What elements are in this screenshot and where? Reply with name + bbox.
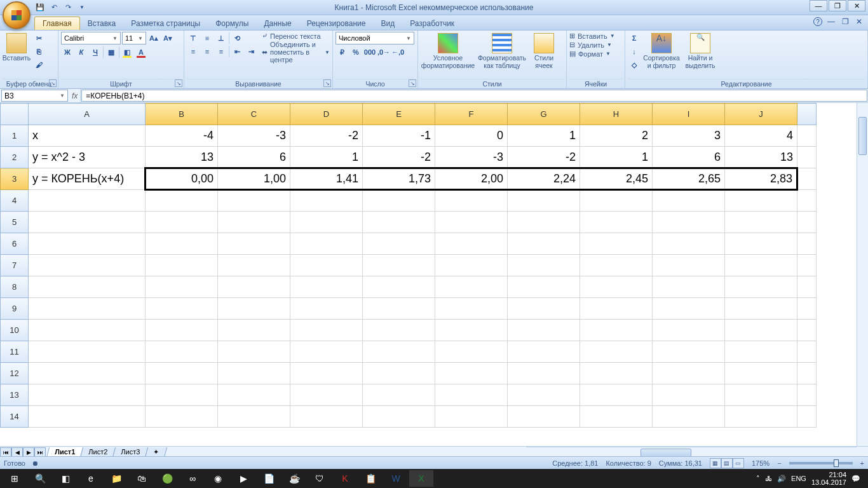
cell-B1[interactable]: -4 bbox=[146, 125, 218, 147]
cell-C10[interactable] bbox=[218, 320, 290, 341]
cell-I10[interactable] bbox=[653, 320, 725, 341]
cell-C1[interactable]: -3 bbox=[218, 125, 290, 147]
cell-F6[interactable] bbox=[435, 233, 508, 255]
cell-F7[interactable] bbox=[435, 255, 508, 276]
taskbar-word-icon[interactable]: W bbox=[384, 470, 408, 487]
cell-E12[interactable] bbox=[363, 363, 435, 384]
cell-J10[interactable] bbox=[725, 320, 797, 341]
cell-G5[interactable] bbox=[508, 212, 580, 233]
cell-J13[interactable] bbox=[725, 384, 797, 406]
row-header-3[interactable]: 3 bbox=[1, 168, 29, 190]
grow-font-button[interactable]: A▴ bbox=[147, 32, 160, 44]
horizontal-scrollbar-thumb[interactable] bbox=[641, 449, 691, 457]
taskbar-app-3[interactable]: ▶ bbox=[231, 470, 255, 487]
row-header-12[interactable]: 12 bbox=[1, 363, 29, 384]
cell-E5[interactable] bbox=[363, 212, 435, 233]
cell-D8[interactable] bbox=[290, 276, 363, 298]
cell-F13[interactable] bbox=[435, 384, 508, 406]
increase-decimal-button[interactable]: ,0→ bbox=[377, 46, 390, 58]
column-header-G[interactable]: G bbox=[508, 104, 580, 125]
cell-I6[interactable] bbox=[653, 233, 725, 255]
cell-J5[interactable] bbox=[725, 212, 797, 233]
cell-G10[interactable] bbox=[508, 320, 580, 341]
formula-bar-input[interactable]: =КОРЕНЬ(B1+4) bbox=[81, 90, 867, 102]
ribbon-minimize-button[interactable]: — bbox=[826, 17, 836, 27]
vertical-scrollbar[interactable] bbox=[857, 103, 868, 446]
cell-A8[interactable] bbox=[29, 276, 146, 298]
column-header-H[interactable]: H bbox=[580, 104, 653, 125]
qat-save-button[interactable]: 💾 bbox=[34, 2, 46, 13]
merge-center-button[interactable]: ⬌Объединить и поместить в центре▼ bbox=[262, 41, 330, 64]
cell-C8[interactable] bbox=[218, 276, 290, 298]
column-header-E[interactable]: E bbox=[363, 104, 435, 125]
cell-A4[interactable] bbox=[29, 190, 146, 212]
view-normal-button[interactable]: ▦ bbox=[710, 458, 721, 468]
cell-E10[interactable] bbox=[363, 320, 435, 341]
cell-D1[interactable]: -2 bbox=[290, 125, 363, 147]
row-header-10[interactable]: 10 bbox=[1, 320, 29, 341]
cell-D2[interactable]: 1 bbox=[290, 147, 363, 168]
task-view-button[interactable]: ◧ bbox=[53, 470, 78, 487]
cell-A6[interactable] bbox=[29, 233, 146, 255]
cell-B2[interactable]: 13 bbox=[146, 147, 218, 168]
currency-button[interactable]: ₽ bbox=[336, 46, 348, 58]
cell-A3[interactable]: y = КОРЕНЬ(x+4) bbox=[29, 168, 146, 190]
cell-D6[interactable] bbox=[290, 233, 363, 255]
cell-G9[interactable] bbox=[508, 298, 580, 320]
align-left-button[interactable]: ≡ bbox=[187, 45, 200, 58]
cell-H3[interactable]: 2,45 bbox=[580, 168, 653, 190]
zoom-level[interactable]: 175% bbox=[752, 459, 770, 467]
cell-G7[interactable] bbox=[508, 255, 580, 276]
clear-button[interactable]: ◇ bbox=[628, 58, 641, 71]
taskbar-explorer-icon[interactable]: 📁 bbox=[104, 470, 128, 487]
cell-C11[interactable] bbox=[218, 341, 290, 363]
copy-button[interactable]: ⎘ bbox=[32, 45, 45, 58]
italic-button[interactable]: К bbox=[75, 46, 88, 58]
cell-F11[interactable] bbox=[435, 341, 508, 363]
macro-record-icon[interactable]: ⏺ bbox=[32, 459, 39, 467]
cell-J7[interactable] bbox=[725, 255, 797, 276]
cell-J6[interactable] bbox=[725, 233, 797, 255]
tab-review[interactable]: Рецензирование bbox=[299, 17, 374, 30]
cell-D3[interactable]: 1,41 bbox=[290, 168, 363, 190]
cell-H8[interactable] bbox=[580, 276, 653, 298]
cell-A12[interactable] bbox=[29, 363, 146, 384]
cell-C2[interactable]: 6 bbox=[218, 147, 290, 168]
cell-B3[interactable]: 0,00 bbox=[146, 168, 218, 190]
cell-H12[interactable] bbox=[580, 363, 653, 384]
cell-G6[interactable] bbox=[508, 233, 580, 255]
cell-C12[interactable] bbox=[218, 363, 290, 384]
percent-button[interactable]: % bbox=[349, 46, 362, 58]
column-header-A[interactable]: A bbox=[29, 104, 146, 125]
tab-home[interactable]: Главная bbox=[34, 17, 80, 30]
row-header-9[interactable]: 9 bbox=[1, 298, 29, 320]
number-format-combo[interactable]: Числовой▼ bbox=[336, 32, 414, 44]
clipboard-launcher[interactable]: ↘ bbox=[49, 79, 57, 87]
cell-C13[interactable] bbox=[218, 384, 290, 406]
cell-A14[interactable] bbox=[29, 406, 146, 428]
taskbar-app-2[interactable]: ∞ bbox=[180, 470, 205, 487]
cell-B5[interactable] bbox=[146, 212, 218, 233]
qat-redo-button[interactable]: ↷ bbox=[62, 2, 74, 13]
cell-D13[interactable] bbox=[290, 384, 363, 406]
cell-C9[interactable] bbox=[218, 298, 290, 320]
cell-A10[interactable] bbox=[29, 320, 146, 341]
format-cells-button[interactable]: ▤Формат▼ bbox=[569, 50, 611, 58]
cell-I1[interactable]: 3 bbox=[653, 125, 725, 147]
cell-E1[interactable]: -1 bbox=[363, 125, 435, 147]
cell-C5[interactable] bbox=[218, 212, 290, 233]
format-painter-button[interactable]: 🖌 bbox=[32, 58, 45, 71]
cell-H13[interactable] bbox=[580, 384, 653, 406]
font-color-button[interactable]: A bbox=[135, 46, 147, 58]
cell-G3[interactable]: 2,24 bbox=[508, 168, 580, 190]
cell-J14[interactable] bbox=[725, 406, 797, 428]
cell-J12[interactable] bbox=[725, 363, 797, 384]
cell-F14[interactable] bbox=[435, 406, 508, 428]
font-name-combo[interactable]: Calibri▼ bbox=[61, 32, 121, 44]
taskbar-app-1[interactable]: 🟢 bbox=[155, 470, 179, 487]
view-page-layout-button[interactable]: ▤ bbox=[721, 458, 733, 468]
sort-filter-button[interactable]: A↓ Сортировка и фильтр bbox=[642, 32, 681, 69]
font-launcher[interactable]: ↘ bbox=[175, 79, 182, 87]
cell-F2[interactable]: -3 bbox=[435, 147, 508, 168]
tab-developer[interactable]: Разработчик bbox=[402, 17, 462, 30]
